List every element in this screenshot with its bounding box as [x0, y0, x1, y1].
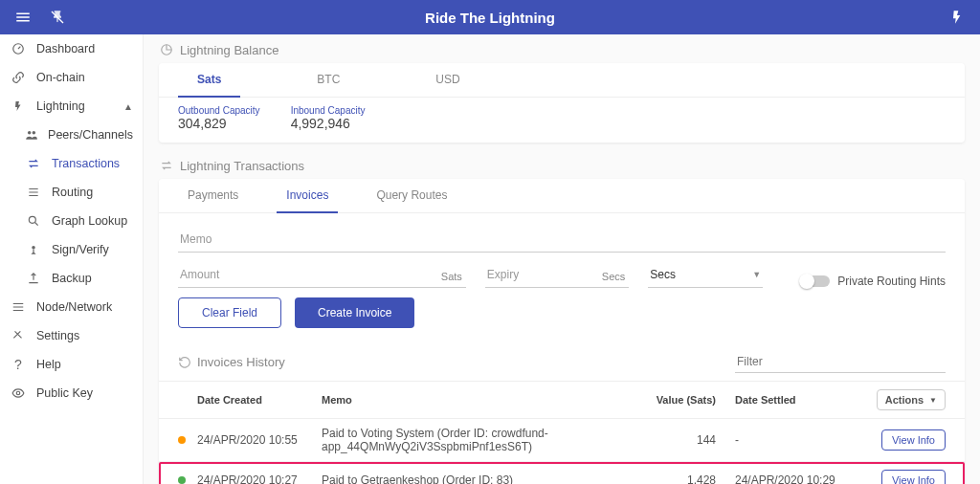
app-title: Ride The Lightning	[425, 10, 555, 26]
table-header: Date Created Memo Value (Sats) Date Sett…	[159, 381, 965, 419]
svg-point-2	[28, 131, 32, 135]
sidebar-item-sign[interactable]: Sign/Verify	[0, 235, 143, 264]
eye-icon	[10, 386, 27, 400]
sidebar-label: On-chain	[36, 71, 85, 84]
sidebar-label: Node/Network	[36, 300, 112, 314]
svg-point-5	[32, 246, 35, 250]
sidebar-item-routing[interactable]: Routing	[0, 178, 143, 207]
amount-suffix: Sats	[441, 271, 462, 282]
cell-date-settled: -	[716, 433, 850, 447]
amount-input[interactable]	[178, 262, 466, 288]
sidebar-label: Dashboard	[36, 42, 95, 55]
sidebar-item-peers[interactable]: Peers/Channels	[0, 121, 143, 149]
list-icon	[25, 186, 42, 199]
history-icon	[178, 356, 191, 369]
status-dot-settled	[178, 476, 186, 484]
outbound-value: 304,829	[178, 116, 260, 131]
tab-usd[interactable]: USD	[416, 63, 479, 97]
sidebar-item-dashboard[interactable]: Dashboard	[0, 34, 143, 63]
tab-sats[interactable]: Sats	[178, 63, 240, 98]
table-row: 24/APR/2020 10:27 Paid to Getraenkeshop …	[159, 462, 965, 484]
tab-invoices[interactable]: Invoices	[277, 179, 338, 213]
tab-btc[interactable]: BTC	[298, 63, 359, 97]
chevron-up-icon: ▲	[123, 101, 133, 112]
server-icon	[10, 300, 27, 314]
actions-label: Actions	[885, 394, 924, 406]
hamburger-icon	[14, 9, 32, 26]
bolt-icon	[949, 10, 965, 25]
transfer-icon	[25, 157, 42, 170]
lightning-icon	[10, 99, 27, 113]
expiry-unit-select[interactable]: Secs ▼	[648, 262, 763, 288]
private-routing-toggle[interactable]	[801, 275, 830, 287]
view-info-button[interactable]: View Info	[881, 429, 946, 451]
cell-date-created: 24/APR/2020 10:27	[197, 473, 322, 484]
transfer-icon	[159, 158, 174, 173]
svg-point-4	[29, 216, 35, 223]
sidebar-item-transactions[interactable]: Transactions	[0, 149, 143, 178]
sidebar-item-graph[interactable]: Graph Lookup	[0, 207, 143, 235]
sidebar-label: Lightning	[36, 99, 85, 113]
col-date-settled: Date Settled	[716, 394, 850, 406]
search-icon	[25, 214, 42, 228]
tab-payments[interactable]: Payments	[178, 179, 248, 212]
bolt-button[interactable]	[942, 2, 972, 33]
link-icon	[10, 71, 27, 84]
sidebar-item-backup[interactable]: Backup	[0, 264, 143, 293]
inbound-value: 4,992,946	[291, 116, 366, 131]
chevron-down-icon: ▼	[752, 270, 761, 279]
sidebar-item-settings[interactable]: Settings	[0, 321, 143, 350]
sidebar-label: Peers/Channels	[48, 128, 133, 142]
toggle-label: Private Routing Hints	[837, 275, 946, 288]
cell-value: 1,428	[639, 473, 716, 484]
col-value: Value (Sats)	[639, 394, 716, 406]
tab-query-routes[interactable]: Query Routes	[367, 179, 457, 212]
sidebar-label: Sign/Verify	[52, 243, 109, 256]
status-dot-pending	[178, 436, 186, 444]
cell-memo: Paid to Voting System (Order ID: crowdfu…	[322, 427, 639, 453]
cell-date-created: 24/APR/2020 10:55	[197, 433, 322, 447]
history-title: Invoices History	[197, 355, 285, 369]
filter-input[interactable]	[735, 351, 946, 373]
people-icon	[25, 128, 38, 142]
sidebar-label: Public Key	[36, 386, 93, 400]
main-content: Lightning Balance Sats BTC USD Outbound …	[144, 34, 980, 484]
cell-date-settled: 24/APR/2020 10:29	[716, 473, 850, 484]
sidebar-item-onchain[interactable]: On-chain	[0, 63, 143, 92]
svg-point-3	[33, 131, 36, 135]
view-info-button[interactable]: View Info	[881, 470, 946, 484]
create-invoice-button[interactable]: Create Invoice	[295, 297, 414, 328]
table-row: 24/APR/2020 10:55 Paid to Voting System …	[159, 419, 965, 462]
sidebar-label: Routing	[52, 186, 93, 199]
cell-value: 144	[639, 433, 716, 447]
balance-section-header: Lightning Balance	[159, 42, 965, 57]
inbound-label: Inbound Capacity	[291, 105, 366, 116]
sidebar: Dashboard On-chain Lightning ▲ Peers/Cha…	[0, 34, 144, 484]
dashboard-icon	[10, 42, 27, 55]
sidebar-label: Graph Lookup	[52, 214, 127, 228]
chevron-down-icon: ▼	[929, 396, 937, 405]
sidebar-item-pubkey[interactable]: Public Key	[0, 379, 143, 407]
sidebar-item-lightning[interactable]: Lightning ▲	[0, 92, 143, 121]
menu-button[interactable]	[8, 2, 38, 33]
app-bar: Ride The Lightning	[0, 0, 980, 34]
col-memo: Memo	[322, 394, 639, 406]
sidebar-item-help[interactable]: ? Help	[0, 350, 143, 379]
col-date-created: Date Created	[197, 394, 322, 406]
sidebar-item-node[interactable]: Node/Network	[0, 293, 143, 321]
sidebar-label: Settings	[36, 329, 79, 342]
actions-dropdown[interactable]: Actions ▼	[877, 389, 946, 410]
tools-icon	[10, 329, 27, 342]
outbound-label: Outbound Capacity	[178, 105, 260, 116]
upload-icon	[25, 272, 42, 285]
pin-button[interactable]	[42, 2, 73, 33]
help-icon: ?	[10, 357, 27, 372]
sidebar-label: Transactions	[52, 157, 120, 170]
select-value: Secs	[650, 268, 676, 281]
expiry-suffix: Secs	[602, 271, 625, 282]
memo-input[interactable]	[178, 227, 946, 253]
sidebar-label: Help	[36, 358, 61, 371]
transactions-card: Payments Invoices Query Routes Sats Secs	[159, 179, 965, 484]
clear-field-button[interactable]: Clear Field	[178, 297, 281, 328]
balance-card: Sats BTC USD Outbound Capacity 304,829 I…	[159, 63, 965, 143]
